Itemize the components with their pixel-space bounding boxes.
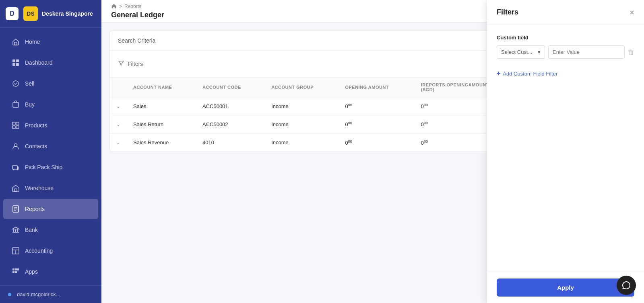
svg-rect-4	[16, 63, 19, 66]
col-expand	[110, 78, 127, 97]
row-opening-amount: 000	[339, 133, 414, 152]
company-initials: DS	[27, 10, 34, 17]
sidebar-item-reports[interactable]: Reports	[3, 199, 98, 219]
sidebar-item-buy[interactable]: Buy	[3, 94, 98, 115]
sidebar-item-contacts[interactable]: Contacts	[3, 136, 98, 156]
svg-rect-22	[17, 229, 18, 232]
col-account-group: ACCOUNT GROUP	[265, 78, 339, 97]
row-expand[interactable]: ⌄	[110, 115, 127, 133]
home-icon	[11, 37, 20, 46]
sidebar-user: david.mcgoldrick...	[17, 291, 60, 297]
svg-rect-10	[16, 126, 19, 129]
filter-icon	[118, 60, 124, 68]
svg-point-14	[17, 169, 18, 170]
svg-rect-3	[12, 63, 15, 66]
status-dot	[8, 293, 11, 296]
svg-rect-6	[13, 102, 19, 107]
sidebar: D DS Deskera Singapore Home Dashboard Se…	[0, 0, 101, 303]
svg-rect-2	[16, 59, 19, 62]
breadcrumb: > Reports	[111, 3, 164, 10]
sidebar-footer: david.mcgoldrick...	[0, 285, 101, 303]
svg-rect-0	[14, 42, 17, 45]
panel-body: Custom field Select Cust... ▾ 🗑 + Add Cu…	[487, 25, 644, 272]
panel-header: Filters ×	[487, 0, 644, 25]
custom-field-select[interactable]: Select Cust... ▾	[497, 45, 545, 59]
sidebar-item-apps[interactable]: Apps	[3, 262, 98, 282]
svg-rect-15	[14, 189, 17, 191]
reports-icon	[11, 205, 20, 213]
company-avatar: DS	[23, 6, 38, 21]
accounting-icon	[11, 246, 20, 255]
svg-rect-20	[13, 229, 14, 232]
sidebar-item-home[interactable]: Home	[3, 32, 98, 52]
sidebar-item-pick-pack-ship[interactable]: Pick Pack Ship	[3, 157, 98, 177]
col-account-code: ACCOUNT CODE	[196, 78, 265, 97]
breadcrumb-reports: Reports	[124, 4, 141, 9]
row-expand[interactable]: ⌄	[110, 133, 127, 152]
sidebar-item-label: Products	[25, 122, 47, 129]
row-opening-amount: 000	[339, 115, 414, 133]
add-custom-field-filter-button[interactable]: + Add Custom Field Filter	[497, 67, 634, 80]
app-logo: D	[6, 7, 19, 20]
row-account-code: 4010	[196, 133, 265, 152]
sidebar-item-dashboard[interactable]: Dashboard	[3, 53, 98, 73]
sidebar-item-company[interactable]: Company	[3, 283, 98, 285]
sidebar-item-label: Home	[25, 39, 40, 45]
svg-rect-7	[12, 122, 15, 125]
svg-rect-30	[12, 271, 14, 273]
delete-filter-icon[interactable]: 🗑	[628, 49, 634, 56]
row-expand[interactable]: ⌄	[110, 97, 127, 115]
company-name: Deskera Singapore	[42, 10, 93, 17]
svg-rect-21	[15, 229, 16, 232]
search-criteria-label: Search Criteria	[118, 37, 155, 44]
topbar-left: > Reports General Ledger	[111, 3, 164, 19]
sidebar-item-label: Bank	[25, 227, 38, 233]
main-area: > Reports General Ledger 🔔 🇺🇸 English ▾ …	[101, 0, 644, 303]
sidebar-item-sell[interactable]: Sell	[3, 74, 98, 94]
custom-field-label: Custom field	[497, 35, 634, 41]
svg-rect-8	[16, 122, 19, 125]
sidebar-item-label: Warehouse	[25, 185, 54, 191]
custom-field-value-input[interactable]	[548, 45, 625, 59]
svg-rect-31	[15, 271, 17, 273]
breadcrumb-area: > Reports General Ledger	[111, 3, 164, 19]
sidebar-item-label: Reports	[25, 206, 45, 212]
products-icon	[11, 121, 20, 130]
home-breadcrumb-icon	[111, 3, 117, 10]
sidebar-item-products[interactable]: Products	[3, 115, 98, 135]
sidebar-item-accounting[interactable]: Accounting	[3, 241, 98, 261]
svg-rect-28	[15, 268, 17, 270]
svg-rect-9	[12, 126, 15, 129]
chat-bubble[interactable]	[617, 276, 636, 295]
sell-icon	[11, 79, 20, 88]
contacts-icon	[11, 142, 20, 151]
breadcrumb-separator: >	[119, 4, 122, 9]
close-button[interactable]: ×	[630, 8, 634, 16]
panel-title: Filters	[497, 8, 518, 16]
ship-icon	[11, 163, 20, 172]
sidebar-item-label: Pick Pack Ship	[25, 164, 62, 170]
svg-rect-27	[12, 268, 14, 270]
buy-icon	[11, 100, 20, 109]
svg-rect-29	[17, 268, 19, 270]
col-opening-amount: OPENING AMOUNT	[339, 78, 414, 97]
sidebar-item-label: Apps	[25, 268, 38, 275]
row-opening-amount: 000	[339, 97, 414, 115]
row-account-name: Sales	[127, 97, 196, 115]
row-account-group: Income	[265, 97, 339, 115]
chevron-down-icon: ▾	[538, 49, 541, 55]
custom-field-row: Select Cust... ▾ 🗑	[497, 45, 634, 59]
row-account-group: Income	[265, 115, 339, 133]
dashboard-icon	[11, 58, 20, 67]
custom-field-placeholder: Select Cust...	[501, 49, 532, 55]
warehouse-icon	[11, 184, 20, 192]
plus-icon: +	[497, 70, 500, 77]
apply-button[interactable]: Apply	[497, 278, 634, 297]
filters-panel: Filters × Custom field Select Cust... ▾ …	[487, 0, 644, 303]
svg-point-13	[13, 169, 14, 170]
sidebar-item-label: Sell	[25, 80, 34, 87]
sidebar-item-label: Accounting	[25, 248, 53, 254]
sidebar-item-bank[interactable]: Bank	[3, 220, 98, 240]
row-account-name: Sales Return	[127, 115, 196, 133]
sidebar-item-warehouse[interactable]: Warehouse	[3, 178, 98, 198]
